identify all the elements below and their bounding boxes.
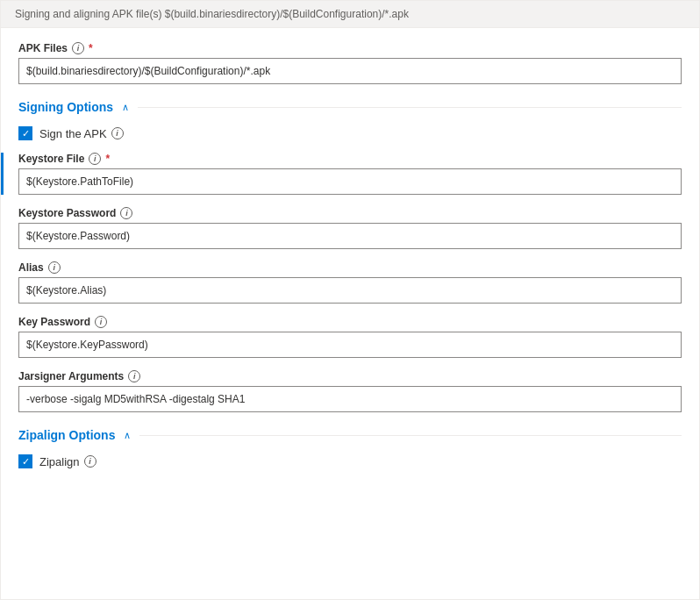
keystore-file-required: * (105, 153, 110, 165)
zipalign-options-divider (139, 435, 682, 436)
zipalign-options-title: Zipalign Options (18, 428, 115, 442)
jarsigner-arguments-label-row: Jarsigner Arguments i (18, 370, 682, 382)
jarsigner-arguments-group: Jarsigner Arguments i (18, 370, 682, 412)
keystore-file-label-row: Keystore File i * (18, 153, 682, 165)
main-container: Signing and aligning APK file(s) $(build… (0, 0, 700, 600)
alias-label: Alias (18, 261, 44, 274)
keystore-file-input[interactable] (18, 168, 682, 195)
apk-files-group: APK Files i * (18, 42, 682, 84)
zipalign-row: ✓ Zipalign i (18, 454, 682, 468)
jarsigner-arguments-label: Jarsigner Arguments (18, 370, 124, 382)
key-password-group: Key Password i (18, 316, 682, 358)
zipalign-options-chevron[interactable]: ∧ (124, 430, 131, 441)
sign-apk-checkbox[interactable]: ✓ (18, 126, 32, 140)
sign-apk-label-row: Sign the APK i (39, 127, 124, 140)
keystore-password-group: Keystore Password i (18, 207, 682, 249)
keystore-password-info-icon[interactable]: i (120, 207, 132, 219)
key-password-label: Key Password (18, 316, 90, 328)
keystore-file-label: Keystore File (18, 153, 84, 165)
zipalign-options-header: Zipalign Options ∧ (18, 428, 682, 442)
apk-files-label: APK Files (18, 42, 68, 54)
zipalign-label-row: Zipalign i (39, 455, 96, 468)
keystore-file-info-icon[interactable]: i (89, 153, 101, 165)
key-password-input[interactable] (18, 332, 682, 358)
sign-apk-label: Sign the APK (39, 127, 107, 140)
zipalign-label: Zipalign (39, 455, 80, 468)
alias-info-icon[interactable]: i (48, 261, 61, 274)
main-content: APK Files i * Signing Options ∧ ✓ Sign t… (1, 28, 699, 495)
signing-options-divider (138, 107, 682, 108)
signing-options-chevron[interactable]: ∧ (122, 102, 129, 113)
alias-input[interactable] (18, 277, 682, 304)
apk-files-info-icon[interactable]: i (72, 42, 84, 54)
jarsigner-arguments-info-icon[interactable]: i (128, 370, 140, 382)
sign-apk-checkmark: ✓ (22, 129, 30, 139)
top-bar-text: Signing and aligning APK file(s) $(build… (15, 8, 409, 20)
keystore-password-label: Keystore Password (18, 207, 116, 219)
signing-options-title: Signing Options (18, 100, 113, 114)
sign-apk-info-icon[interactable]: i (111, 127, 124, 139)
zipalign-info-icon[interactable]: i (84, 455, 96, 468)
apk-files-required: * (89, 42, 93, 54)
alias-group: Alias i (18, 261, 682, 304)
apk-files-input[interactable] (18, 58, 682, 84)
apk-files-label-row: APK Files i * (18, 42, 682, 54)
key-password-label-row: Key Password i (18, 316, 682, 328)
jarsigner-arguments-input[interactable] (18, 386, 682, 412)
sign-apk-row: ✓ Sign the APK i (18, 126, 682, 140)
keystore-file-group: Keystore File i * (18, 153, 682, 195)
signing-options-header: Signing Options ∧ (18, 100, 682, 114)
key-password-info-icon[interactable]: i (95, 316, 107, 328)
alias-label-row: Alias i (18, 261, 682, 274)
zipalign-checkmark: ✓ (22, 457, 30, 467)
keystore-password-input[interactable] (18, 223, 682, 249)
keystore-password-label-row: Keystore Password i (18, 207, 682, 219)
zipalign-checkbox[interactable]: ✓ (18, 454, 32, 468)
top-bar: Signing and aligning APK file(s) $(build… (1, 1, 699, 28)
